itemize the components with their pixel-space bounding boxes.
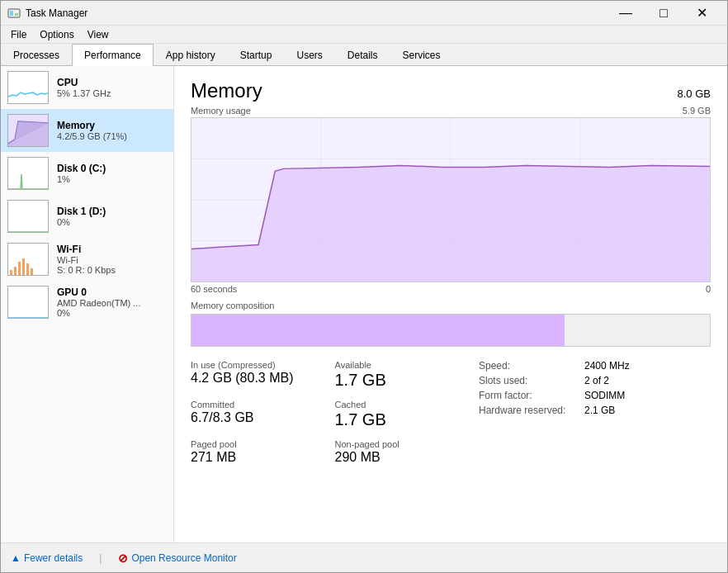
- disk0-sub: 1%: [57, 174, 106, 184]
- available-value: 1.7 GB: [335, 371, 438, 390]
- wifi-sparkline-icon: [7, 243, 49, 276]
- slots-label: Slots used:: [479, 375, 578, 386]
- main-panel: Memory 8.0 GB Memory usage 5.9 GB: [174, 66, 727, 542]
- memory-header: Memory 8.0 GB: [191, 79, 711, 102]
- tab-users[interactable]: Users: [284, 44, 334, 66]
- svg-marker-3: [8, 121, 49, 146]
- svg-rect-7: [22, 258, 25, 275]
- stats-left: In use (Compressed) 4.2 GB (80.3 MB) Ava…: [191, 360, 454, 475]
- sidebar: CPU 5% 1.37 GHz Memory 4.2/5.9 GB (71%): [1, 66, 174, 542]
- open-resource-monitor-link[interactable]: ⊘ Open Resource Monitor: [118, 552, 236, 565]
- memory-label: Memory: [57, 120, 127, 131]
- gpu0-sub1: AMD Radeon(TM) ...: [57, 298, 140, 308]
- in-use-label: In use (Compressed): [191, 360, 294, 370]
- memory-sparkline-icon: [7, 114, 49, 147]
- svg-marker-16: [191, 165, 710, 282]
- stat-non-paged-pool: Non-paged pool 290 MB: [335, 439, 455, 465]
- gpu0-sidebar-text: GPU 0 AMD Radeon(TM) ... 0%: [57, 286, 140, 318]
- sidebar-item-disk1[interactable]: Disk 1 (D:) 0%: [1, 195, 173, 238]
- hw-reserved-label: Hardware reserved:: [479, 405, 578, 416]
- cpu-sub: 5% 1.37 GHz: [57, 88, 111, 98]
- chart-label-row: Memory usage 5.9 GB: [191, 106, 711, 116]
- window-controls: — □ ✕: [607, 1, 721, 26]
- content-area: CPU 5% 1.37 GHz Memory 4.2/5.9 GB (71%): [1, 66, 727, 542]
- stat-slots-row: Slots used: 2 of 2: [479, 375, 630, 386]
- svg-rect-1: [10, 11, 13, 16]
- sidebar-item-disk0[interactable]: Disk 0 (C:) 1%: [1, 152, 173, 195]
- stats-section: In use (Compressed) 4.2 GB (80.3 MB) Ava…: [191, 360, 711, 475]
- stat-committed: Committed 6.7/8.3 GB: [191, 400, 310, 429]
- wifi-sub2: S: 0 R: 0 Kbps: [57, 265, 116, 275]
- tab-startup[interactable]: Startup: [228, 44, 285, 66]
- memory-title: Memory: [191, 79, 262, 102]
- svg-rect-6: [18, 262, 21, 275]
- stat-paged-pool: Paged pool 271 MB: [191, 439, 310, 465]
- maximize-button[interactable]: □: [645, 1, 683, 26]
- chart-time-row: 60 seconds 0: [191, 284, 711, 294]
- tab-bar: Processes Performance App history Startu…: [1, 44, 727, 66]
- sidebar-item-memory[interactable]: Memory 4.2/5.9 GB (71%): [1, 109, 173, 152]
- cpu-sparkline-icon: [7, 71, 49, 104]
- tab-app-history[interactable]: App history: [154, 44, 228, 66]
- svg-rect-5: [14, 267, 17, 275]
- in-use-value: 4.2 GB (80.3 MB): [191, 371, 294, 386]
- cached-label: Cached: [335, 400, 438, 410]
- sidebar-item-gpu0[interactable]: GPU 0 AMD Radeon(TM) ... 0%: [1, 281, 173, 324]
- app-icon: [7, 7, 21, 20]
- disk1-label: Disk 1 (D:): [57, 206, 106, 217]
- sidebar-item-wifi[interactable]: Wi-Fi Wi-Fi S: 0 R: 0 Kbps: [1, 238, 173, 281]
- stat-cached: Cached 1.7 GB: [335, 400, 455, 429]
- memory-chart-section: Memory usage 5.9 GB: [191, 106, 711, 294]
- window-title: Task Manager: [26, 7, 607, 19]
- memory-sub: 4.2/5.9 GB (71%): [57, 131, 127, 141]
- hw-reserved-value: 2.1 GB: [584, 405, 615, 416]
- wifi-label: Wi-Fi: [57, 244, 116, 255]
- paged-pool-label: Paged pool: [191, 439, 294, 449]
- stat-available: Available 1.7 GB: [335, 360, 455, 390]
- tab-details[interactable]: Details: [335, 44, 390, 66]
- tab-performance[interactable]: Performance: [72, 44, 154, 66]
- wifi-sub1: Wi-Fi: [57, 255, 116, 265]
- title-bar: Task Manager — □ ✕: [1, 1, 727, 26]
- speed-value: 2400 MHz: [584, 360, 630, 372]
- menu-file[interactable]: File: [4, 27, 33, 42]
- gpu0-label: GPU 0: [57, 286, 140, 298]
- memory-chart: [191, 117, 711, 282]
- fewer-details-link[interactable]: ▲ Fewer details: [11, 552, 83, 564]
- speed-label: Speed:: [479, 360, 578, 372]
- cpu-label: CPU: [57, 77, 111, 88]
- close-button[interactable]: ✕: [683, 1, 721, 26]
- chart-time-start: 60 seconds: [191, 284, 237, 294]
- committed-label: Committed: [191, 400, 294, 410]
- menu-options[interactable]: Options: [33, 27, 80, 42]
- gpu0-sparkline-icon: [7, 286, 49, 319]
- composition-free: [565, 315, 710, 346]
- menu-bar: File Options View: [1, 26, 727, 44]
- disk0-sidebar-text: Disk 0 (C:) 1%: [57, 163, 106, 184]
- memory-total: 8.0 GB: [678, 88, 711, 100]
- chart-max-label: 5.9 GB: [683, 106, 711, 116]
- disk0-sparkline-icon: [7, 157, 49, 190]
- svg-rect-2: [15, 13, 18, 16]
- menu-view[interactable]: View: [81, 27, 116, 42]
- stat-speed-row: Speed: 2400 MHz: [479, 360, 630, 372]
- disk1-sparkline-icon: [7, 200, 49, 233]
- composition-bar: [191, 314, 711, 347]
- available-label: Available: [335, 360, 438, 370]
- resource-monitor-icon: ⊘: [118, 552, 128, 565]
- composition-used: [191, 315, 565, 346]
- gpu0-sub2: 0%: [57, 308, 140, 318]
- cpu-sidebar-text: CPU 5% 1.37 GHz: [57, 77, 111, 98]
- tab-processes[interactable]: Processes: [1, 44, 72, 66]
- right-stats: Speed: 2400 MHz Slots used: 2 of 2 Form …: [479, 360, 630, 475]
- sidebar-item-cpu[interactable]: CPU 5% 1.37 GHz: [1, 66, 173, 109]
- tab-services[interactable]: Services: [390, 44, 453, 66]
- slots-value: 2 of 2: [584, 375, 609, 386]
- minimize-button[interactable]: —: [607, 1, 645, 26]
- disk1-sidebar-text: Disk 1 (D:) 0%: [57, 206, 106, 227]
- wifi-sidebar-text: Wi-Fi Wi-Fi S: 0 R: 0 Kbps: [57, 244, 116, 275]
- composition-label: Memory composition: [191, 301, 711, 310]
- stat-in-use: In use (Compressed) 4.2 GB (80.3 MB): [191, 360, 310, 390]
- stat-hw-reserved-row: Hardware reserved: 2.1 GB: [479, 405, 630, 416]
- open-resource-monitor-label: Open Resource Monitor: [131, 552, 236, 564]
